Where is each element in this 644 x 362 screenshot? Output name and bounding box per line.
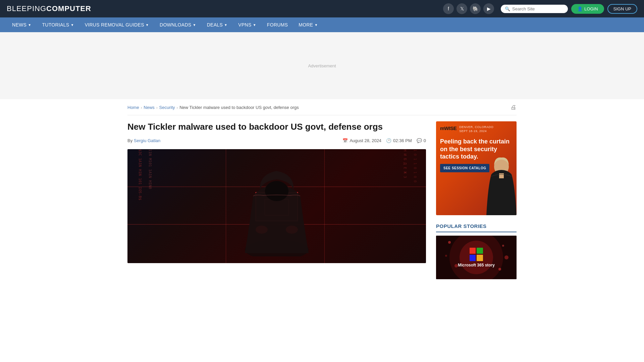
breadcrumb-home[interactable]: Home xyxy=(127,105,139,110)
nav-item-virus[interactable]: VIRUS REMOVAL GUIDES ▼ xyxy=(79,17,154,32)
breadcrumb-current: New Tickler malware used to backdoor US … xyxy=(179,105,299,110)
search-icon: 🔍 xyxy=(505,6,510,11)
article-date: 📅 August 28, 2024 xyxy=(342,138,381,143)
hacker-figure xyxy=(223,156,330,256)
breadcrumb-security[interactable]: Security xyxy=(159,105,175,110)
breadcrumb-sep-3: › xyxy=(177,106,178,110)
svg-point-9 xyxy=(286,226,298,234)
nav-item-vpns[interactable]: VPNS ▼ xyxy=(233,17,262,32)
author-link[interactable]: Sergiu Gatlan xyxy=(134,138,161,143)
ad-location: DENVER, COLORADOSEPT 18-19, 2024 xyxy=(459,125,493,133)
ad-logo-box: mWISE xyxy=(440,125,457,131)
site-logo[interactable]: BLEEPINGCOMPUTER xyxy=(7,4,91,13)
downloads-caret: ▼ xyxy=(193,23,196,27)
more-caret: ▼ xyxy=(315,23,318,27)
svg-point-17 xyxy=(454,264,458,267)
header-right: f 𝕏 🐘 ▶ 🔍 👤 LOGIN SIGN UP xyxy=(443,3,637,14)
breadcrumb: Home › News › Security › New Tickler mal… xyxy=(127,105,299,110)
article-layout: New Tickler malware used to backdoor US … xyxy=(127,121,517,279)
user-icon: 👤 xyxy=(577,6,583,11)
svg-point-18 xyxy=(498,268,501,270)
svg-point-15 xyxy=(448,241,451,244)
search-input[interactable] xyxy=(512,6,564,11)
svg-point-20 xyxy=(504,255,508,259)
main-nav: NEWS ▼ TUTORIALS ▼ VIRUS REMOVAL GUIDES … xyxy=(0,17,644,32)
popular-stories: POPULAR STORIES xyxy=(436,223,517,279)
vpns-caret: ▼ xyxy=(253,23,256,27)
virus-caret: ▼ xyxy=(146,23,149,27)
person-silhouette xyxy=(481,155,517,215)
nav-item-forums[interactable]: FORUMS xyxy=(262,17,293,32)
signup-button[interactable]: SIGN UP xyxy=(607,4,637,14)
article-time: 🕐 02:36 PM xyxy=(386,138,412,143)
ad-header: mWISE DENVER, COLORADOSEPT 18-19, 2024 xyxy=(440,125,513,133)
article-hero-image: $3C 1A1N H1N 101 IO5-B$ 11N M101 1A1N H1… xyxy=(127,149,426,263)
article-title: New Tickler malware used to backdoor US … xyxy=(127,121,426,133)
article-author: By Sergiu Gatlan xyxy=(127,138,160,143)
breadcrumb-sep-2: › xyxy=(156,106,158,110)
ad-person-image xyxy=(481,155,517,215)
mastodon-icon[interactable]: 🐘 xyxy=(470,3,481,14)
nav-item-deals[interactable]: DEALS ▼ xyxy=(202,17,233,32)
breadcrumb-news[interactable]: News xyxy=(144,105,155,110)
article-meta: By Sergiu Gatlan 📅 August 28, 2024 🕐 02:… xyxy=(127,138,426,143)
sidebar-ad[interactable]: mWISE DENVER, COLORADOSEPT 18-19, 2024 P… xyxy=(436,121,517,215)
ad-banner-top: Advertisement xyxy=(0,32,644,99)
svg-rect-11 xyxy=(499,173,504,178)
deals-caret: ▼ xyxy=(224,23,227,27)
site-header: BLEEPINGCOMPUTER f 𝕏 🐘 ▶ 🔍 👤 LOGIN SIGN … xyxy=(0,0,644,17)
breadcrumb-sep-1: › xyxy=(141,106,142,110)
nav-item-tutorials[interactable]: TUTORIALS ▼ xyxy=(37,17,79,32)
nav-item-more[interactable]: MORE ▼ xyxy=(293,17,323,32)
nav-item-downloads[interactable]: DOWNLOADS ▼ xyxy=(154,17,202,32)
svg-point-16 xyxy=(502,245,504,247)
svg-point-8 xyxy=(256,226,268,234)
clock-icon: 🕐 xyxy=(386,138,391,143)
calendar-icon: 📅 xyxy=(342,138,348,143)
print-icon[interactable]: 🖨 xyxy=(511,104,517,111)
news-caret: ▼ xyxy=(28,23,31,27)
facebook-icon[interactable]: f xyxy=(443,3,454,14)
popular-story-image[interactable]: Microsoft 365 story xyxy=(436,236,517,279)
tutorials-caret: ▼ xyxy=(70,23,74,27)
twitter-icon[interactable]: 𝕏 xyxy=(457,3,467,14)
main-container: Home › News › Security › New Tickler mal… xyxy=(121,99,523,279)
svg-point-19 xyxy=(445,255,447,257)
popular-stories-title: POPULAR STORIES xyxy=(436,223,517,232)
article-main: New Tickler malware used to backdoor US … xyxy=(127,121,426,279)
article-comments[interactable]: 💬 0 xyxy=(417,138,426,143)
search-box[interactable]: 🔍 xyxy=(501,5,568,13)
breadcrumb-row: Home › News › Security › New Tickler mal… xyxy=(127,99,517,115)
svg-point-7 xyxy=(265,181,288,201)
article-meta-right: 📅 August 28, 2024 🕐 02:36 PM 💬 0 xyxy=(342,138,426,143)
social-icons: f 𝕏 🐘 ▶ xyxy=(443,3,494,14)
nav-item-news[interactable]: NEWS ▼ xyxy=(7,17,37,32)
login-button[interactable]: 👤 LOGIN xyxy=(571,4,604,14)
youtube-icon[interactable]: ▶ xyxy=(483,3,494,14)
article-sidebar: mWISE DENVER, COLORADOSEPT 18-19, 2024 P… xyxy=(436,121,517,279)
ms365-logo: Microsoft 365 story xyxy=(458,248,495,267)
comment-icon: 💬 xyxy=(417,138,422,143)
